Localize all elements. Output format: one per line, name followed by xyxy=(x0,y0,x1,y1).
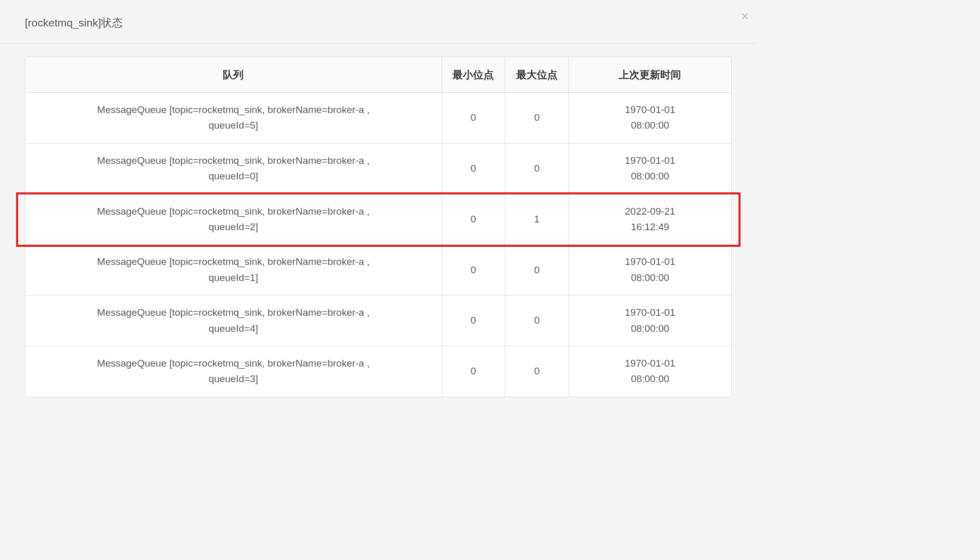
cell-max-offset: 0 xyxy=(505,296,569,346)
th-min-offset: 最小位点 xyxy=(442,57,506,93)
cell-last-update: 1970-01-01 08:00:00 xyxy=(569,296,731,346)
cell-last-update: 1970-01-01 08:00:00 xyxy=(569,245,731,296)
cell-queue: MessageQueue [topic=rocketmq_sink, broke… xyxy=(25,93,442,144)
cell-min-offset: 0 xyxy=(442,144,506,194)
cell-min-offset: 0 xyxy=(442,346,506,397)
cell-max-offset: 0 xyxy=(505,245,569,296)
table-header-row: 队列 最小位点 最大位点 上次更新时间 xyxy=(25,57,731,93)
cell-min-offset: 0 xyxy=(442,245,506,296)
cell-queue: MessageQueue [topic=rocketmq_sink, broke… xyxy=(25,144,442,194)
table-row: MessageQueue [topic=rocketmq_sink, broke… xyxy=(25,245,731,296)
table-row: MessageQueue [topic=rocketmq_sink, broke… xyxy=(25,194,731,245)
th-last-update: 上次更新时间 xyxy=(569,57,731,93)
queue-status-table: 队列 最小位点 最大位点 上次更新时间 MessageQueue [topic=… xyxy=(25,57,732,397)
cell-min-offset: 0 xyxy=(442,194,506,245)
table-row: MessageQueue [topic=rocketmq_sink, broke… xyxy=(25,296,731,346)
table-wrap: 队列 最小位点 最大位点 上次更新时间 MessageQueue [topic=… xyxy=(25,57,732,397)
cell-max-offset: 0 xyxy=(505,346,569,397)
dialog-body: 队列 最小位点 最大位点 上次更新时间 MessageQueue [topic=… xyxy=(0,44,757,413)
cell-queue: MessageQueue [topic=rocketmq_sink, broke… xyxy=(25,194,442,245)
table-row: MessageQueue [topic=rocketmq_sink, broke… xyxy=(25,93,731,144)
cell-min-offset: 0 xyxy=(442,93,506,144)
cell-last-update: 1970-01-01 08:00:00 xyxy=(569,93,731,144)
table-row: MessageQueue [topic=rocketmq_sink, broke… xyxy=(25,144,731,194)
cell-max-offset: 0 xyxy=(505,144,569,194)
cell-max-offset: 1 xyxy=(505,194,569,245)
th-queue: 队列 xyxy=(25,57,442,93)
status-dialog: [rocketmq_sink]状态 × 队列 最小位点 最大位点 上次更新时间 … xyxy=(0,0,757,413)
th-max-offset: 最大位点 xyxy=(505,57,569,93)
cell-last-update: 1970-01-01 08:00:00 xyxy=(569,346,731,397)
cell-min-offset: 0 xyxy=(442,296,506,346)
dialog-header: [rocketmq_sink]状态 × xyxy=(0,0,757,44)
cell-queue: MessageQueue [topic=rocketmq_sink, broke… xyxy=(25,245,442,296)
table-row: MessageQueue [topic=rocketmq_sink, broke… xyxy=(25,346,731,397)
cell-queue: MessageQueue [topic=rocketmq_sink, broke… xyxy=(25,346,442,397)
cell-queue: MessageQueue [topic=rocketmq_sink, broke… xyxy=(25,296,442,346)
cell-max-offset: 0 xyxy=(505,93,569,144)
cell-last-update: 2022-09-21 16:12:49 xyxy=(569,194,731,245)
dialog-title: [rocketmq_sink]状态 xyxy=(25,16,732,30)
cell-last-update: 1970-01-01 08:00:00 xyxy=(569,144,731,194)
close-icon[interactable]: × xyxy=(741,9,749,23)
